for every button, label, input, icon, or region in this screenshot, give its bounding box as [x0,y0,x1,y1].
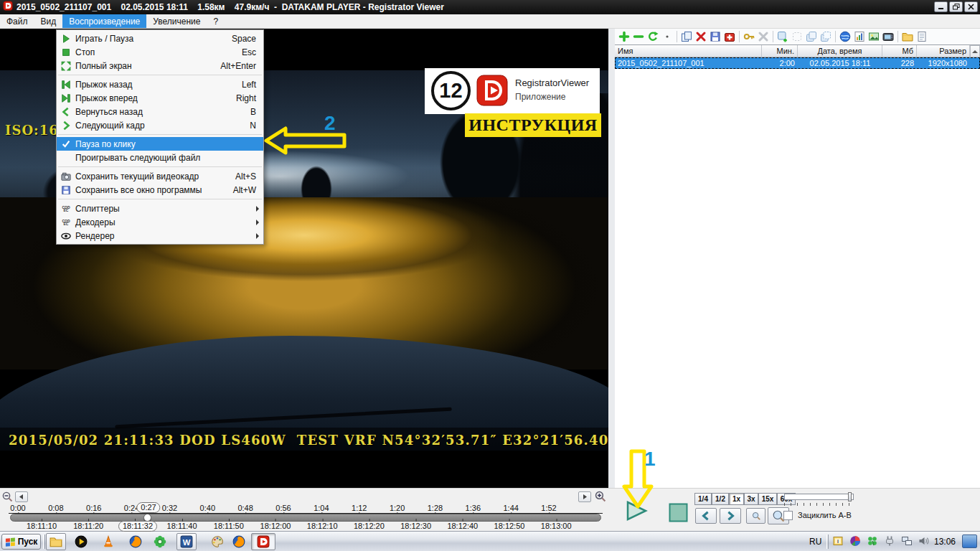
menubar-item-увеличение[interactable]: Увеличение [146,14,207,28]
plug-tray-icon[interactable] [884,535,895,550]
palette-taskbar-icon[interactable] [211,535,224,551]
menu-item-следующий-кадр[interactable]: Следующий кадрN [57,118,263,132]
speed-button-3x[interactable]: 3x [744,493,758,505]
timeline-scroll-right-button[interactable] [578,491,591,502]
windows-flag-icon [5,537,16,547]
loop-ab-checkbox[interactable] [783,511,793,520]
menu-item-пауза-по-клику[interactable]: Пауза по клику [57,137,263,151]
column-header-мин-[interactable]: Мин. [762,45,798,57]
menu-item-shortcut: Space [232,34,256,44]
disconnect-toolbar-icon[interactable] [756,29,771,44]
column-header-мб[interactable]: Мб [882,45,917,57]
menubar-item-воспроизведение[interactable]: Воспроизведение [62,14,146,28]
firefox-taskbar-icon[interactable] [129,535,142,551]
remove-toolbar-icon[interactable] [631,29,646,44]
report-toolbar-icon[interactable] [915,29,929,44]
timeline-tick-bottom: 18:11:40 [167,522,197,530]
pie-tray-icon[interactable] [849,535,861,550]
taskbar-clock[interactable]: 13:06 [934,537,956,547]
menubar-item-файл[interactable]: Файл [0,14,34,28]
timeline-zoom-out-icon[interactable] [1,491,13,502]
menu-item-полный-экран[interactable]: Полный экранAlt+Enter [57,59,263,72]
zoom-out-button[interactable] [746,508,765,524]
menu-item-вернуться-назад[interactable]: Вернуться назадB [57,105,263,118]
stop-button[interactable] [669,503,688,524]
vlc-taskbar-icon[interactable] [102,535,115,551]
menubar-item-?[interactable]: ? [207,14,225,28]
dropdown-toolbar-icon[interactable] [660,29,674,44]
speed-button-1/2[interactable]: 1/2 [712,493,729,505]
info-tray-icon[interactable]: i [832,535,844,550]
scrollbar-up-button[interactable] [970,45,980,57]
folder-toolbar-icon[interactable] [900,29,915,44]
menu-item-рендерер[interactable]: Рендерер [57,229,263,242]
volume-thumb[interactable] [848,492,852,501]
position-bubble: 0:27 [136,502,160,513]
speaker-tray-icon[interactable] [918,535,930,550]
column-header-дата-время[interactable]: Дата, время [798,45,882,57]
timeline-scroll-left-button[interactable] [15,491,28,502]
menu-item-сплиттеры[interactable]: CODECСплиттеры [57,202,263,215]
copy-toolbar-icon[interactable] [679,29,694,44]
minimize-button[interactable] [934,1,948,12]
tray-handle[interactable] [826,534,829,549]
word-taskbar-icon[interactable]: W [176,533,197,550]
menu-item-прыжок-назад[interactable]: Прыжок назадLeft [57,77,263,91]
show-desktop-button[interactable] [962,534,977,548]
folder-taskbar-icon[interactable] [46,533,66,550]
restore-button[interactable] [949,1,963,12]
tv-toolbar-icon[interactable] [881,29,895,44]
step-back-button[interactable] [695,508,717,524]
image-toolbar-icon[interactable] [867,29,881,44]
speed-button-1/4[interactable]: 1/4 [694,493,712,505]
submenu-arrow-icon [256,206,259,212]
menu-item-играть-пауза[interactable]: Играть / ПаузаSpace [57,32,263,45]
chart-toolbar-icon[interactable] [852,29,867,44]
timeline-zoom-in-icon[interactable] [594,490,606,502]
menu-item-стоп[interactable]: СтопEsc [57,45,263,59]
volume-ticks [784,503,855,506]
menu-item-прыжок-вперед[interactable]: Прыжок впередRight [57,91,263,105]
timeline-tick-top: 0:32 [162,504,177,512]
network-tray-icon[interactable] [901,535,913,550]
menu-item-shortcut: Right [236,93,256,103]
refresh-toolbar-icon[interactable] [646,29,660,44]
column-header-размер[interactable]: Размер [917,45,970,57]
timeline-transport-bar: 0:000:080:160:240:320:400:480:561:041:12… [0,488,980,531]
menu-item-сохранить-все-окно-программы[interactable]: Сохранить все окно программыAlt+W [57,183,263,197]
menu-item-проигрывать-следующий-файл[interactable]: Проигрывать следующий файл [57,151,263,164]
speed-button-1x[interactable]: 1x [729,493,744,505]
firefox-taskbar-icon[interactable] [232,535,245,551]
globe-toolbar-icon[interactable] [838,29,852,44]
add-toolbar-icon[interactable] [617,29,631,44]
instruction-app-name: RegistratorViewer [515,77,589,88]
framecopy-toolbar-icon[interactable] [804,29,819,44]
frameadd-toolbar-icon[interactable] [776,29,790,44]
key-toolbar-icon[interactable] [742,29,756,44]
menu-item-shortcut: N [250,121,256,131]
speed-button-15x[interactable]: 15x [758,493,777,505]
menu-item-label: Декодеры [75,217,256,227]
menu-item-сохранить-текущий-видеокадр[interactable]: Сохранить текущий видеокадрAlt+S [57,169,263,183]
clover-tray-icon[interactable] [867,535,878,550]
menu-item-декодеры[interactable]: CODECДекодеры [57,215,263,229]
language-indicator[interactable]: RU [809,537,821,547]
start-button[interactable]: Пуск [1,534,41,550]
close-button[interactable] [964,1,978,12]
save-toolbar-icon[interactable] [708,29,722,44]
frameempty-toolbar-icon[interactable] [790,29,804,44]
framepaste-toolbar-icon[interactable] [819,29,833,44]
delete-toolbar-icon[interactable] [694,29,708,44]
column-header-имя[interactable]: Имя [615,45,762,57]
aimp-taskbar-icon[interactable] [75,535,88,551]
firstaid-toolbar-icon[interactable] [722,29,737,44]
loop-ab-label: Зациклить А-В [798,511,852,519]
menubar-item-вид[interactable]: Вид [34,14,63,28]
taskbar-handle[interactable] [43,534,45,549]
volume-slider[interactable] [784,494,854,500]
file-row[interactable]: 2015_0502_211107_0012:0002.05.2015 18:11… [615,57,980,69]
regviewer-taskbar-icon[interactable] [251,533,275,550]
timeline-slider[interactable] [10,514,601,522]
step-forward-button[interactable] [720,508,741,524]
icq-taskbar-icon[interactable] [154,535,166,551]
